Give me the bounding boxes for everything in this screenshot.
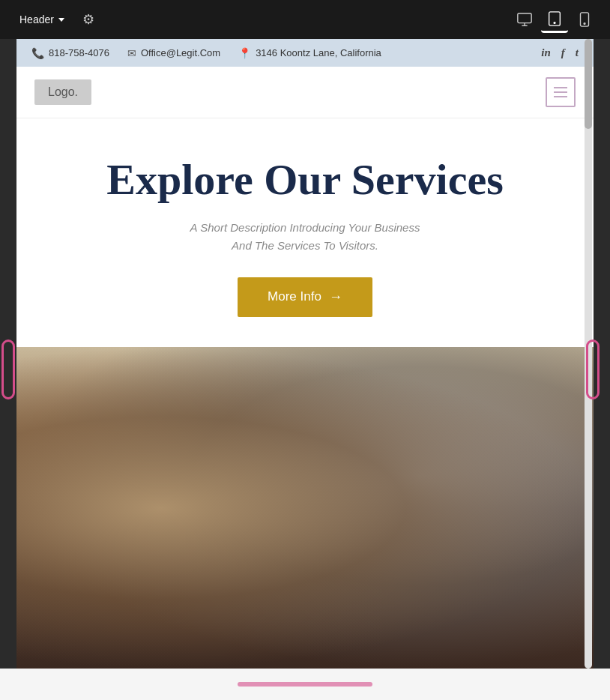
photo-overlay <box>16 347 594 669</box>
hero-title: Explore Our Services <box>39 156 571 204</box>
logo: Logo. <box>34 79 91 105</box>
hero-description-line2: And The Services To Visitors. <box>232 239 378 252</box>
desktop-view-button[interactable] <box>511 6 538 33</box>
editor-toolbar: Header ⚙ <box>0 0 610 39</box>
hamburger-menu-button[interactable] <box>546 77 576 107</box>
header-section-button[interactable]: Header <box>12 9 72 30</box>
more-info-label: More Info <box>268 289 321 304</box>
chevron-down-icon <box>58 18 64 22</box>
hero-description: A Short Description Introducing Your Bus… <box>39 219 571 255</box>
svg-point-6 <box>584 23 585 25</box>
email-address: Office@Legit.Com <box>141 47 220 58</box>
left-resize-handle[interactable] <box>1 340 15 399</box>
hamburger-line-2 <box>554 91 567 93</box>
settings-button[interactable]: ⚙ <box>78 9 99 30</box>
address-text: 3146 Koontz Lane, California <box>256 47 381 58</box>
info-bar: 📞 818-758-4076 ✉ Office@Legit.Com 📍 3146… <box>16 39 594 67</box>
twitter-icon[interactable]: t <box>576 46 579 59</box>
arrow-icon: → <box>329 289 342 305</box>
more-info-button[interactable]: More Info → <box>238 277 372 317</box>
bottom-scrollbar[interactable] <box>238 682 372 687</box>
hamburger-line-3 <box>554 96 567 97</box>
header-label: Header <box>19 13 54 25</box>
hero-image <box>16 347 594 669</box>
svg-point-4 <box>554 22 555 23</box>
scrollbar-thumb[interactable] <box>585 39 592 129</box>
hero-section: Explore Our Services A Short Description… <box>16 118 594 347</box>
mobile-view-button[interactable] <box>571 6 598 33</box>
location-icon: 📍 <box>238 47 251 59</box>
gear-icon: ⚙ <box>82 11 94 28</box>
hamburger-line-1 <box>554 87 567 88</box>
svg-rect-0 <box>518 13 531 23</box>
phone-icon: 📞 <box>31 47 44 59</box>
bottom-scroll-area <box>0 669 610 700</box>
right-resize-handle[interactable] <box>586 340 600 399</box>
hero-description-line1: A Short Description Introducing Your Bus… <box>190 221 420 234</box>
facebook-icon[interactable]: f <box>561 46 565 59</box>
social-icons: in f t <box>541 46 579 59</box>
linkedin-icon[interactable]: in <box>541 46 551 59</box>
canvas-wrapper: 📞 818-758-4076 ✉ Office@Legit.Com 📍 3146… <box>0 39 610 700</box>
phone-number: 818-758-4076 <box>49 47 109 58</box>
page-preview: 📞 818-758-4076 ✉ Office@Legit.Com 📍 3146… <box>16 39 594 669</box>
tablet-view-button[interactable] <box>541 6 568 33</box>
address-item: 📍 3146 Koontz Lane, California <box>238 47 381 59</box>
site-header: Logo. <box>16 67 594 118</box>
phone-item: 📞 818-758-4076 <box>31 47 109 59</box>
email-icon: ✉ <box>127 47 136 59</box>
device-switcher <box>511 6 598 33</box>
email-item: ✉ Office@Legit.Com <box>127 47 220 59</box>
